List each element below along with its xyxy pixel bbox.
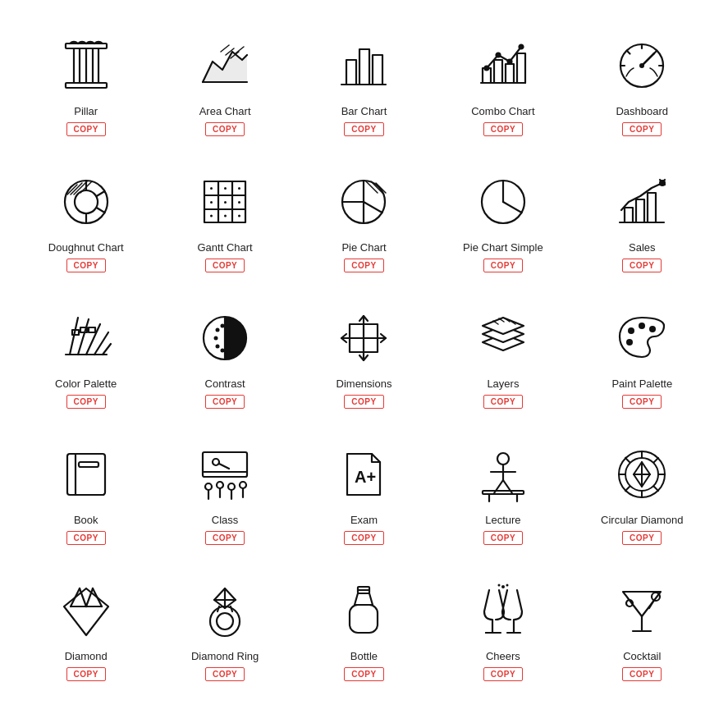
icon-cell-lecture: Lecture COPY: [433, 425, 572, 553]
layers-icon: [470, 305, 536, 371]
svg-point-55: [224, 215, 227, 217]
paint-palette-copy-button[interactable]: COPY: [622, 395, 662, 409]
pillar-label: Pillar: [74, 105, 98, 117]
area-chart-copy-button[interactable]: COPY: [205, 122, 245, 136]
svg-point-56: [238, 215, 240, 217]
svg-point-114: [217, 482, 223, 488]
contrast-icon: [192, 305, 258, 371]
cheers-copy-button[interactable]: COPY: [483, 667, 523, 681]
svg-point-102: [639, 323, 645, 329]
svg-line-152: [217, 606, 219, 611]
exam-copy-button[interactable]: COPY: [344, 531, 383, 545]
color-palette-icon: [53, 305, 119, 371]
cocktail-copy-button[interactable]: COPY: [622, 667, 662, 681]
svg-rect-13: [346, 60, 356, 85]
icon-cell-circular-diamond: Circular Diamond COPY: [573, 425, 712, 553]
icon-cell-diamond: Diamond COPY: [16, 561, 155, 689]
combo-chart-copy-button[interactable]: COPY: [483, 122, 523, 136]
dashboard-copy-button[interactable]: COPY: [622, 122, 662, 136]
sales-icon: [609, 169, 675, 235]
contrast-copy-button[interactable]: COPY: [205, 395, 245, 409]
diamond-copy-button[interactable]: COPY: [66, 667, 106, 681]
dimensions-icon: [331, 305, 396, 371]
icon-cell-book: Book COPY: [16, 425, 155, 553]
svg-point-51: [210, 201, 213, 204]
svg-line-111: [219, 464, 229, 469]
svg-rect-70: [648, 193, 656, 222]
svg-point-48: [210, 187, 213, 190]
svg-line-144: [93, 588, 102, 606]
svg-rect-19: [506, 64, 514, 83]
svg-line-59: [364, 202, 382, 213]
sales-copy-button[interactable]: COPY: [622, 259, 662, 272]
circular-diamond-copy-button[interactable]: COPY: [622, 531, 662, 545]
svg-point-34: [75, 190, 98, 213]
svg-line-136: [654, 458, 659, 463]
svg-point-104: [626, 339, 633, 346]
svg-rect-107: [79, 462, 98, 467]
book-copy-button[interactable]: COPY: [66, 531, 106, 545]
pie-chart-simple-copy-button[interactable]: COPY: [483, 259, 523, 272]
svg-line-137: [625, 487, 630, 492]
dimensions-copy-button[interactable]: COPY: [344, 395, 383, 409]
svg-line-37: [97, 208, 104, 213]
svg-line-31: [627, 51, 630, 54]
contrast-label: Contrast: [205, 378, 245, 390]
svg-line-143: [71, 588, 80, 606]
class-copy-button[interactable]: COPY: [205, 531, 245, 545]
svg-point-49: [224, 187, 227, 190]
svg-rect-105: [67, 454, 105, 495]
doughnut-chart-copy-button[interactable]: COPY: [66, 259, 106, 272]
svg-line-135: [625, 458, 630, 463]
pie-chart-simple-icon: [470, 169, 536, 235]
combo-chart-label: Combo Chart: [471, 105, 534, 117]
lecture-icon: [470, 442, 536, 507]
svg-rect-83: [89, 327, 95, 332]
cheers-icon: [470, 578, 536, 643]
svg-point-103: [649, 326, 656, 332]
bottle-copy-button[interactable]: COPY: [344, 667, 383, 681]
bar-chart-copy-button[interactable]: COPY: [344, 122, 383, 136]
svg-point-54: [210, 215, 213, 217]
svg-rect-18: [494, 60, 502, 83]
lecture-copy-button[interactable]: COPY: [483, 531, 523, 545]
svg-rect-68: [625, 208, 633, 222]
dashboard-label: Dashboard: [616, 105, 668, 117]
diamond-icon: [53, 578, 119, 643]
diamond-ring-copy-button[interactable]: COPY: [205, 667, 245, 681]
svg-point-158: [501, 585, 505, 588]
color-palette-label: Color Palette: [55, 378, 117, 390]
svg-text:A+: A+: [355, 468, 376, 486]
svg-point-21: [484, 66, 488, 71]
color-palette-copy-button[interactable]: COPY: [66, 395, 106, 409]
svg-point-159: [497, 584, 500, 587]
pillar-copy-button[interactable]: COPY: [66, 122, 106, 136]
bar-chart-label: Bar Chart: [341, 105, 387, 117]
icon-cell-dimensions: Dimensions COPY: [295, 289, 433, 417]
icon-grid: Pillar COPY Area Chart COPY: [16, 16, 712, 689]
svg-point-160: [506, 584, 508, 587]
svg-line-32: [654, 51, 657, 54]
svg-point-110: [213, 459, 219, 465]
svg-point-87: [216, 345, 220, 349]
svg-line-138: [654, 487, 659, 492]
svg-point-85: [216, 328, 220, 332]
exam-icon: A+: [331, 442, 396, 507]
paint-palette-label: Paint Palette: [611, 378, 672, 390]
svg-rect-69: [636, 199, 644, 222]
layers-copy-button[interactable]: COPY: [483, 395, 523, 409]
book-icon: [53, 442, 119, 507]
book-label: Book: [74, 514, 98, 526]
cheers-label: Cheers: [486, 650, 520, 662]
icon-cell-area-chart: Area Chart COPY: [155, 16, 294, 144]
gantt-chart-label: Gantt Chart: [197, 241, 252, 254]
icon-cell-cocktail: Cocktail COPY: [573, 561, 712, 689]
area-chart-label: Area Chart: [199, 105, 251, 117]
gantt-chart-copy-button[interactable]: COPY: [205, 259, 245, 272]
icon-cell-combo-chart: Combo Chart COPY: [433, 16, 572, 144]
svg-line-9: [221, 45, 229, 52]
svg-point-118: [240, 482, 246, 488]
layers-label: Layers: [487, 378, 519, 390]
pie-chart-copy-button[interactable]: COPY: [344, 259, 383, 272]
icon-cell-sales: Sales COPY: [573, 153, 712, 281]
